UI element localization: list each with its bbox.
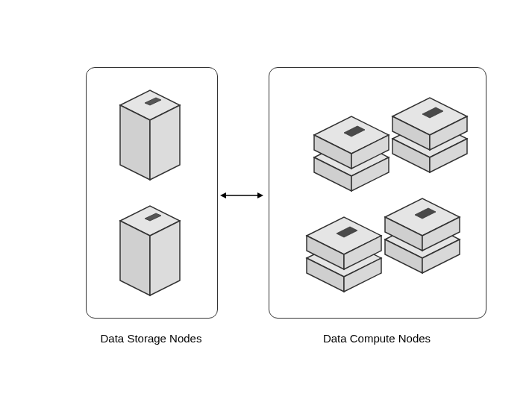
svg-marker-41 <box>220 192 226 198</box>
architecture-diagram: Data Storage Nodes Data Compute Nodes <box>0 0 532 417</box>
storage-panel <box>86 67 218 319</box>
svg-marker-42 <box>257 192 263 198</box>
storage-cube-icon <box>109 87 191 186</box>
compute-label: Data Compute Nodes <box>269 332 485 345</box>
bidirectional-arrow-icon <box>220 189 263 196</box>
storage-cube-icon <box>109 202 191 302</box>
compute-stack-icon <box>288 87 475 306</box>
storage-label: Data Storage Nodes <box>86 332 216 345</box>
compute-panel <box>269 67 486 319</box>
